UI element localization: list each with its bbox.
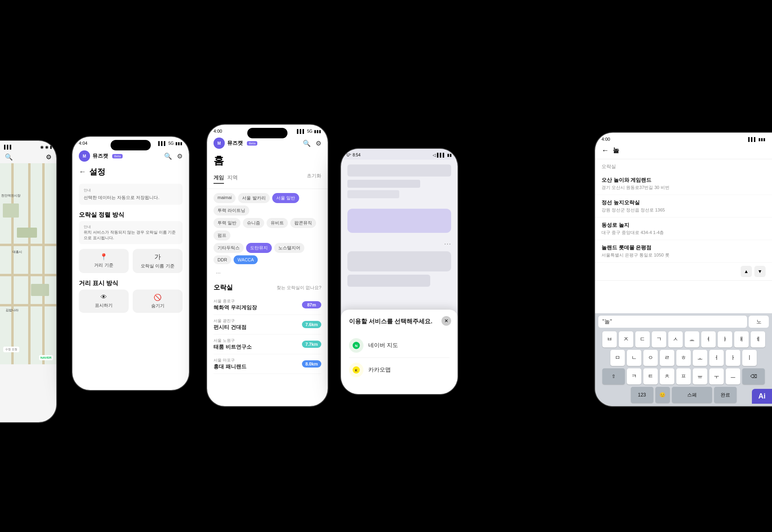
chip-balcari[interactable]: 서울 발카리 <box>238 193 269 203</box>
kb-return-key[interactable]: 완료 <box>714 387 737 403</box>
kb-key-n[interactable]: ㄴ <box>627 350 641 366</box>
kb-key-k[interactable]: ㅋ <box>627 368 641 384</box>
find-arcade-link[interactable]: 찾는 오락실이 없나요? <box>277 285 321 291</box>
ai-badge[interactable]: Ai <box>752 389 772 404</box>
p5-list-item-4[interactable]: 놀랜드 롯데몰 은평점 서울특별시 은평구 통일로 1050 롯 <box>595 240 772 263</box>
p5-list-item-2[interactable]: 정선 높지오락실 강원 정선군 정선읍 정선로 1365 <box>595 195 772 218</box>
kb-key-s[interactable]: ㅅ <box>668 331 683 347</box>
chip-ddr[interactable]: DDR <box>214 255 231 264</box>
arcade-item-2[interactable]: 서울 광진구 펀시티 건대점 7.6km <box>214 315 321 335</box>
reset-button[interactable]: 초기화 <box>307 173 321 184</box>
modal-close-button[interactable]: ✕ <box>441 316 451 326</box>
kb-key-h[interactable]: ㅎ <box>676 350 691 366</box>
kb-key-a[interactable]: ㅏ <box>726 350 740 366</box>
map-road <box>42 163 45 364</box>
more-chips-button[interactable]: ... <box>214 267 223 276</box>
chip-popnmusic[interactable]: 팝콘뮤직 <box>290 218 316 228</box>
chip-chunism[interactable]: 슈니즘 <box>243 218 264 228</box>
sort-desc-label: 안내 <box>84 224 178 230</box>
kb-key-ng[interactable]: ㅇ <box>643 350 658 366</box>
kb-123-key[interactable]: 123 <box>631 387 653 403</box>
p3-search-icon[interactable]: 🔍 <box>303 140 311 147</box>
chip-maimai[interactable]: maimai <box>214 193 236 203</box>
distance-section: 거리 표시 방식 👁 표시하기 🚫 숨기기 <box>79 279 183 313</box>
p1-settings-icon[interactable]: ⚙ <box>46 153 51 161</box>
kb-key-i[interactable]: ㅣ <box>742 350 757 366</box>
kb-key-ae[interactable]: ㅐ <box>734 331 749 347</box>
chip-wacca[interactable]: WACCA <box>234 255 258 264</box>
kb-key-g[interactable]: ㄱ <box>652 331 666 347</box>
keyboard-suggestion[interactable]: 노 <box>749 316 769 328</box>
keyboard-search-input[interactable]: "놀" <box>598 316 747 328</box>
map-fix-button[interactable]: 수정 요청 <box>3 347 19 352</box>
kb-key-eu[interactable]: ㅡ <box>726 368 740 384</box>
tab-area[interactable]: 지역 <box>227 173 238 184</box>
kb-key-yeo[interactable]: ㅕ <box>701 331 716 347</box>
kb-key-b[interactable]: ㅂ <box>602 331 617 347</box>
kb-key-eo[interactable]: ㅓ <box>709 350 724 366</box>
kb-key-p[interactable]: ㅍ <box>676 368 691 384</box>
kb-key-yo[interactable]: ㅛ <box>685 331 699 347</box>
kb-key-o[interactable]: ㅗ <box>693 350 707 366</box>
info-text: 선택한 데이터는 자동으로 저장됩니다. <box>84 195 178 201</box>
sort-by-name-button[interactable]: 가 오락실 이름 기준 <box>133 249 183 273</box>
p5-item-name-4: 놀랜드 롯데몰 은평점 <box>602 244 766 251</box>
p1-search-icon[interactable]: 🔍 <box>5 153 13 161</box>
map-road <box>28 163 31 364</box>
p5-back-button[interactable]: ← <box>602 146 609 155</box>
p5-nav-arrows: ▲ ▼ <box>595 263 772 281</box>
p4-blurred-content <box>341 160 458 205</box>
kb-space-key[interactable]: 스페 <box>672 387 712 403</box>
kb-key-ch[interactable]: ㅊ <box>660 368 674 384</box>
chip-seoul-normal[interactable]: 서울 일반 <box>272 193 299 203</box>
arcade-item-1[interactable]: 서울 종로구 혜화역 우리게임장 87m <box>214 295 321 315</box>
kb-key-m[interactable]: ㅁ <box>610 350 625 366</box>
p3-settings-icon[interactable]: ⚙ <box>316 140 321 147</box>
app-logo-icon: M <box>79 150 90 162</box>
nav-up-button[interactable]: ▲ <box>741 266 752 277</box>
service-option-kakao[interactable]: K 카카오맵 <box>349 358 450 382</box>
modal-title: 이용할 서비스를 선택해주세요. <box>349 318 450 325</box>
kb-backspace-key[interactable]: ⌫ <box>742 368 765 384</box>
settings-icon[interactable]: ⚙ <box>177 152 183 160</box>
chip-touhou-light[interactable]: 투력 라이트닝 <box>214 205 249 216</box>
chip-touhou-normal[interactable]: 투력 일반 <box>214 218 240 228</box>
arcade-item-3[interactable]: 서울 노원구 태룸 비트연구소 7.7km <box>214 335 321 354</box>
chip-nostalgia[interactable]: 노스탤지어 <box>274 243 304 253</box>
p5-list-item-1[interactable]: 오산 놀이와 게임랜드 경기 오산시 원동로37번길 30 비번 <box>595 173 772 195</box>
show-distance-button[interactable]: 👁 표시하기 <box>79 290 129 313</box>
chip-dance[interactable]: 도탄뮤지 <box>246 243 272 253</box>
search-icon[interactable]: 🔍 <box>164 152 172 160</box>
p4-highlight-box <box>347 209 451 233</box>
chip-gitadora[interactable]: 기타두틱스 <box>214 243 244 253</box>
kb-key-e[interactable]: ㅔ <box>751 331 765 347</box>
kb-key-ya[interactable]: ㅑ <box>718 331 732 347</box>
tab-game[interactable]: 게임 <box>214 173 224 184</box>
map-label-2: 대흥시 <box>12 250 22 254</box>
dist-badge-1: 87m <box>302 301 321 308</box>
settings-title: ← 설정 <box>79 165 183 179</box>
p2-app-header: M 뮤즈캣 Beta 🔍 ⚙ <box>72 148 189 165</box>
arcade-name-4: 홍대 패니랜드 <box>214 363 246 370</box>
kb-shift-key[interactable]: ⇧ <box>602 368 625 384</box>
chip-jubeat[interactable]: 유비트 <box>267 218 288 228</box>
phone-2-settings: 4:04 ▌▌▌ 5G ▮▮▮ M 뮤즈캣 Beta 🔍 ⚙ ← 설정 <box>72 137 189 390</box>
kb-key-u[interactable]: ㅜ <box>709 368 724 384</box>
back-button[interactable]: ← <box>79 168 86 176</box>
arcade-item-4[interactable]: 서울 마포구 홍대 패니랜드 8.0km <box>214 354 321 374</box>
kb-key-yu[interactable]: ㅠ <box>693 368 707 384</box>
arcade-section-header: 오락실 찾는 오락실이 없나요? <box>207 279 328 295</box>
map-building <box>17 228 37 238</box>
kb-key-r[interactable]: ㄹ <box>660 350 674 366</box>
p5-list-item-3[interactable]: 동성로 놀지 대구 중구 중앙대로 434-4 1-4층 <box>595 218 772 240</box>
kb-key-d[interactable]: ㄷ <box>635 331 650 347</box>
sort-by-distance-button[interactable]: 📍 거리 기준 <box>79 249 129 273</box>
chip-pump[interactable]: 펌프 <box>214 230 230 240</box>
kb-emoji-key[interactable]: 😊 <box>655 387 670 403</box>
kb-key-j[interactable]: ㅈ <box>619 331 633 347</box>
hide-distance-button[interactable]: 🚫 숨기기 <box>133 290 183 313</box>
kb-key-t[interactable]: ㅌ <box>643 368 658 384</box>
p3-header-icons: 🔍 ⚙ <box>303 140 321 147</box>
service-option-naver[interactable]: N 네이버 지도 <box>349 333 450 358</box>
nav-down-button[interactable]: ▼ <box>754 266 766 277</box>
